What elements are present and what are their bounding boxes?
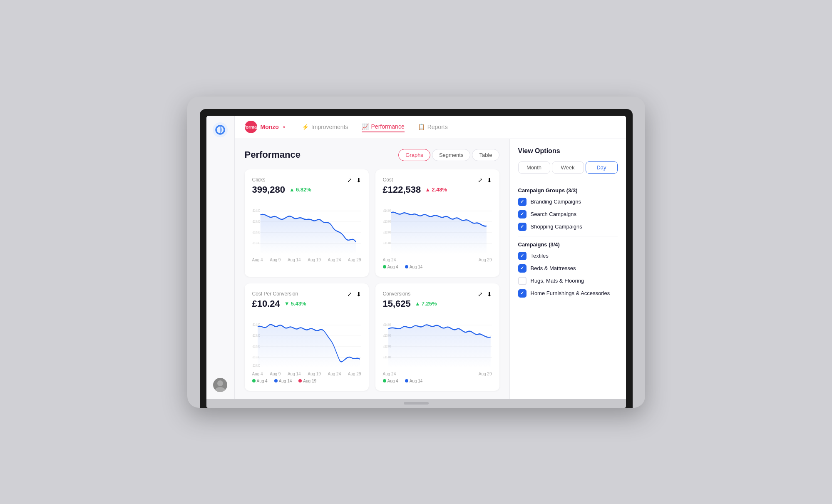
right-panel: View Options Month Week Day Campaign Gro… [509, 139, 626, 399]
down-arrow-icon: ▼ [284, 300, 290, 307]
cost-legend: Aug 4 Aug 14 [383, 265, 492, 269]
svg-text:£11.00: £11.00 [383, 241, 391, 245]
laptop-screen: Performance Monzo ▾ ⚡ Improvements 📈 [206, 116, 626, 399]
clicks-label: Clicks [252, 177, 361, 183]
svg-text:£14.00: £14.00 [253, 208, 260, 213]
checkbox-shopping[interactable] [518, 223, 527, 231]
svg-text:£13.00: £13.00 [253, 219, 260, 223]
svg-text:£13.00: £13.00 [383, 219, 391, 223]
main-area: Performance Monzo ▾ ⚡ Improvements 📈 [235, 116, 626, 399]
cost-chart-card: Cost £122,538 ▲ 2.48% [375, 169, 499, 277]
sidebar [206, 116, 235, 399]
charts-bottom-row: Cost Per Conversion £10.24 ▼ 5.43% [245, 283, 499, 391]
checkbox-home[interactable] [518, 289, 527, 298]
laptop-bezel: Performance Monzo ▾ ⚡ Improvements 📈 [200, 109, 633, 408]
view-toggle: Graphs Segments Table [398, 149, 499, 161]
nav-item-performance-label: Performance [371, 123, 405, 130]
clicks-chart-card: Clicks 399,280 ▲ 6.82% [245, 169, 369, 277]
expand-icon[interactable]: ⤢ [478, 291, 483, 298]
cost-change: ▲ 2.48% [425, 186, 447, 193]
campaign-label-rugs: Rugs, Mats & Flooring [531, 278, 584, 284]
conversions-value: 15,625 [383, 298, 411, 309]
cost-chart-actions: ⤢ ⬇ [478, 177, 492, 184]
checkbox-textiles[interactable] [518, 252, 527, 260]
brand-name: Monzo [261, 124, 279, 130]
campaign-group-item-shopping[interactable]: Shopping Campaigns [518, 223, 618, 231]
campaigns-heading: Campaigns (3/4) [518, 241, 618, 248]
performance-icon: 📈 [362, 123, 369, 130]
time-toggle: Month Week Day [518, 161, 618, 174]
checkbox-search[interactable] [518, 210, 527, 218]
cpc-value: £10.24 [252, 298, 280, 309]
campaign-group-item-search[interactable]: Search Campaigns [518, 210, 618, 218]
time-btn-week[interactable]: Week [552, 161, 584, 174]
clicks-value: 399,280 [252, 184, 286, 195]
nav-item-performance[interactable]: 📈 Performance [362, 122, 405, 132]
cpc-label: Cost Per Conversion [252, 291, 361, 297]
conversions-label: Conversions [383, 291, 492, 297]
checkbox-beds[interactable] [518, 264, 527, 273]
main-panel: Performance Graphs Segments Table [235, 139, 509, 399]
campaign-item-textiles[interactable]: Textiles [518, 252, 618, 260]
svg-point-3 [215, 387, 225, 392]
cpc-x-labels: Aug 4Aug 9Aug 14Aug 19Aug 24Aug 29 [252, 372, 361, 376]
svg-text:£14.00: £14.00 [383, 322, 391, 327]
checkbox-rugs[interactable] [518, 277, 527, 285]
panel-header: Performance Graphs Segments Table [245, 149, 499, 161]
toggle-table[interactable]: Table [472, 149, 499, 161]
cost-label: Cost [383, 177, 492, 183]
cost-x-labels: Aug 24Aug 29 [383, 258, 492, 262]
charts-top-row: Clicks 399,280 ▲ 6.82% [245, 169, 499, 277]
conversions-metric-row: 15,625 ▲ 7.25% [383, 298, 492, 309]
cost-metric-row: £122,538 ▲ 2.48% [383, 184, 492, 195]
campaign-item-beds[interactable]: Beds & Mattresses [518, 264, 618, 273]
download-icon[interactable]: ⬇ [356, 177, 361, 184]
app-logo [213, 122, 228, 137]
view-options-title: View Options [518, 147, 618, 155]
conversions-x-labels: Aug 24Aug 29 [383, 372, 492, 376]
improvements-icon: ⚡ [302, 124, 309, 130]
cost-per-conversion-card: Cost Per Conversion £10.24 ▼ 5.43% [245, 283, 369, 391]
expand-icon[interactable]: ⤢ [347, 177, 352, 184]
laptop-outer: Performance Monzo ▾ ⚡ Improvements 📈 [187, 97, 645, 408]
expand-icon[interactable]: ⤢ [347, 291, 352, 298]
laptop-bottom [206, 399, 626, 408]
campaign-group-label-shopping: Shopping Campaigns [531, 223, 582, 230]
cpc-legend: Aug 4 Aug 14 Aug 19 [252, 379, 361, 383]
conversions-change: ▲ 7.25% [415, 300, 437, 307]
campaign-item-home[interactable]: Home Furnishings & Accessories [518, 289, 618, 298]
clicks-chart: £14.00 £13.00 £12.00 £11.00 [252, 200, 361, 254]
nav-item-reports-label: Reports [427, 124, 448, 130]
chevron-down-icon: ▾ [283, 125, 285, 129]
brand-avatar: Performance [245, 121, 257, 133]
nav-item-reports[interactable]: 📋 Reports [418, 122, 448, 132]
svg-text:£11.00: £11.00 [253, 241, 260, 245]
campaign-group-item-branding[interactable]: Branding Campaigns [518, 198, 618, 206]
nav-items: ⚡ Improvements 📈 Performance 📋 Reports [302, 122, 448, 132]
up-arrow-icon: ▲ [289, 186, 295, 193]
download-icon[interactable]: ⬇ [487, 177, 492, 184]
checkbox-branding[interactable] [518, 198, 527, 206]
conversions-chart-actions: ⤢ ⬇ [478, 291, 492, 298]
reports-icon: 📋 [418, 124, 425, 130]
time-btn-day[interactable]: Day [586, 161, 618, 174]
nav-brand[interactable]: Performance Monzo ▾ [245, 121, 285, 133]
svg-text:£14.00: £14.00 [383, 208, 391, 213]
download-icon[interactable]: ⬇ [356, 291, 361, 298]
up-arrow-icon: ▲ [415, 300, 420, 307]
clicks-x-labels: Aug 4Aug 9Aug 14Aug 19Aug 24Aug 29 [252, 258, 361, 262]
download-icon[interactable]: ⬇ [487, 291, 492, 298]
toggle-segments[interactable]: Segments [432, 149, 471, 161]
toggle-graphs[interactable]: Graphs [398, 149, 430, 161]
svg-point-2 [217, 380, 223, 386]
nav-item-improvements[interactable]: ⚡ Improvements [302, 122, 348, 132]
campaign-item-rugs[interactable]: Rugs, Mats & Flooring [518, 277, 618, 285]
campaign-label-home: Home Furnishings & Accessories [531, 290, 610, 296]
expand-icon[interactable]: ⤢ [478, 177, 483, 184]
divider [518, 236, 618, 236]
campaign-group-label-search: Search Campaigns [531, 211, 577, 217]
clicks-metric-row: 399,280 ▲ 6.82% [252, 184, 361, 195]
app-layout: Performance Monzo ▾ ⚡ Improvements 📈 [206, 116, 626, 399]
user-avatar [213, 378, 227, 392]
time-btn-month[interactable]: Month [518, 161, 550, 174]
